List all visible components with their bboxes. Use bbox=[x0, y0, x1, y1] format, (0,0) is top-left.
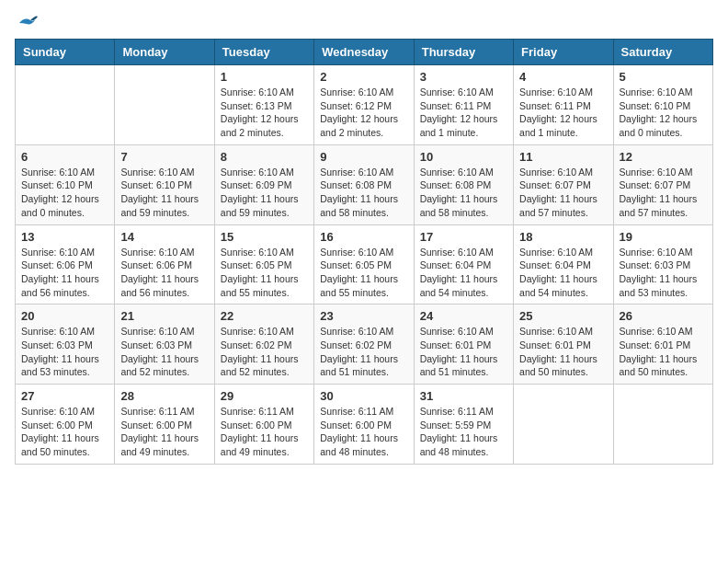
day-number: 22 bbox=[221, 309, 308, 323]
day-number: 12 bbox=[620, 150, 707, 164]
calendar-cell: 20Sunrise: 6:10 AM Sunset: 6:03 PM Dayli… bbox=[16, 304, 115, 385]
calendar-cell bbox=[115, 65, 214, 145]
calendar-cell: 28Sunrise: 6:11 AM Sunset: 6:00 PM Dayli… bbox=[115, 385, 214, 465]
day-number: 16 bbox=[320, 230, 407, 244]
day-info: Sunrise: 6:10 AM Sunset: 6:08 PM Dayligh… bbox=[420, 166, 507, 220]
calendar-cell: 8Sunrise: 6:10 AM Sunset: 6:09 PM Daylig… bbox=[214, 144, 313, 224]
day-number: 19 bbox=[620, 230, 707, 244]
weekday-header-saturday: Saturday bbox=[613, 40, 712, 65]
day-number: 13 bbox=[21, 230, 108, 244]
day-info: Sunrise: 6:10 AM Sunset: 6:12 PM Dayligh… bbox=[320, 86, 407, 140]
day-info: Sunrise: 6:10 AM Sunset: 6:03 PM Dayligh… bbox=[120, 325, 208, 379]
week-row-3: 13Sunrise: 6:10 AM Sunset: 6:06 PM Dayli… bbox=[16, 224, 713, 304]
day-info: Sunrise: 6:10 AM Sunset: 6:06 PM Dayligh… bbox=[21, 246, 108, 300]
calendar-cell: 16Sunrise: 6:10 AM Sunset: 6:05 PM Dayli… bbox=[314, 224, 414, 304]
day-info: Sunrise: 6:10 AM Sunset: 6:00 PM Dayligh… bbox=[21, 405, 108, 459]
day-number: 14 bbox=[120, 230, 208, 244]
calendar-cell: 12Sunrise: 6:10 AM Sunset: 6:07 PM Dayli… bbox=[613, 144, 712, 224]
weekday-header-wednesday: Wednesday bbox=[314, 40, 414, 65]
day-number: 29 bbox=[221, 389, 308, 403]
calendar-cell: 9Sunrise: 6:10 AM Sunset: 6:08 PM Daylig… bbox=[314, 144, 414, 224]
calendar-cell: 7Sunrise: 6:10 AM Sunset: 6:10 PM Daylig… bbox=[115, 144, 214, 224]
day-info: Sunrise: 6:10 AM Sunset: 6:03 PM Dayligh… bbox=[620, 246, 707, 300]
day-info: Sunrise: 6:10 AM Sunset: 6:05 PM Dayligh… bbox=[320, 246, 407, 300]
day-info: Sunrise: 6:10 AM Sunset: 6:02 PM Dayligh… bbox=[221, 325, 308, 379]
day-number: 24 bbox=[420, 309, 507, 323]
weekday-header-friday: Friday bbox=[514, 40, 613, 65]
calendar-cell: 24Sunrise: 6:10 AM Sunset: 6:01 PM Dayli… bbox=[414, 304, 513, 385]
calendar-cell: 30Sunrise: 6:11 AM Sunset: 6:00 PM Dayli… bbox=[314, 385, 414, 465]
calendar-cell bbox=[16, 65, 115, 145]
weekday-header-row: SundayMondayTuesdayWednesdayThursdayFrid… bbox=[16, 40, 713, 65]
calendar-cell: 1Sunrise: 6:10 AM Sunset: 6:13 PM Daylig… bbox=[214, 65, 313, 145]
day-info: Sunrise: 6:11 AM Sunset: 6:00 PM Dayligh… bbox=[120, 405, 208, 459]
logo-bird-icon bbox=[17, 15, 38, 31]
day-number: 8 bbox=[221, 150, 308, 164]
day-number: 2 bbox=[320, 70, 407, 84]
day-info: Sunrise: 6:10 AM Sunset: 6:03 PM Dayligh… bbox=[21, 325, 108, 379]
calendar-cell: 13Sunrise: 6:10 AM Sunset: 6:06 PM Dayli… bbox=[16, 224, 115, 304]
calendar-cell: 5Sunrise: 6:10 AM Sunset: 6:10 PM Daylig… bbox=[613, 65, 712, 145]
day-number: 7 bbox=[120, 150, 208, 164]
day-number: 21 bbox=[120, 309, 208, 323]
day-number: 11 bbox=[519, 150, 607, 164]
day-info: Sunrise: 6:10 AM Sunset: 6:11 PM Dayligh… bbox=[519, 86, 607, 140]
day-info: Sunrise: 6:11 AM Sunset: 6:00 PM Dayligh… bbox=[221, 405, 308, 459]
calendar-cell: 2Sunrise: 6:10 AM Sunset: 6:12 PM Daylig… bbox=[314, 65, 414, 145]
calendar-cell: 15Sunrise: 6:10 AM Sunset: 6:05 PM Dayli… bbox=[214, 224, 313, 304]
day-number: 10 bbox=[420, 150, 507, 164]
day-number: 3 bbox=[420, 70, 507, 84]
day-number: 28 bbox=[120, 389, 208, 403]
day-info: Sunrise: 6:10 AM Sunset: 6:04 PM Dayligh… bbox=[420, 246, 507, 300]
day-number: 9 bbox=[320, 150, 407, 164]
day-info: Sunrise: 6:10 AM Sunset: 6:01 PM Dayligh… bbox=[620, 325, 707, 379]
day-number: 26 bbox=[620, 309, 707, 323]
calendar-cell: 17Sunrise: 6:10 AM Sunset: 6:04 PM Dayli… bbox=[414, 224, 513, 304]
day-number: 5 bbox=[620, 70, 707, 84]
calendar-cell: 29Sunrise: 6:11 AM Sunset: 6:00 PM Dayli… bbox=[214, 385, 313, 465]
weekday-header-thursday: Thursday bbox=[414, 40, 513, 65]
day-info: Sunrise: 6:10 AM Sunset: 6:13 PM Dayligh… bbox=[221, 86, 308, 140]
day-number: 6 bbox=[21, 150, 108, 164]
day-info: Sunrise: 6:10 AM Sunset: 6:07 PM Dayligh… bbox=[620, 166, 707, 220]
calendar-cell: 31Sunrise: 6:11 AM Sunset: 5:59 PM Dayli… bbox=[414, 385, 513, 465]
weekday-header-tuesday: Tuesday bbox=[214, 40, 313, 65]
day-info: Sunrise: 6:11 AM Sunset: 6:00 PM Dayligh… bbox=[320, 405, 407, 459]
day-info: Sunrise: 6:10 AM Sunset: 6:05 PM Dayligh… bbox=[221, 246, 308, 300]
calendar-cell: 23Sunrise: 6:10 AM Sunset: 6:02 PM Dayli… bbox=[314, 304, 414, 385]
day-number: 30 bbox=[320, 389, 407, 403]
calendar-cell: 27Sunrise: 6:10 AM Sunset: 6:00 PM Dayli… bbox=[16, 385, 115, 465]
week-row-5: 27Sunrise: 6:10 AM Sunset: 6:00 PM Dayli… bbox=[16, 385, 713, 465]
calendar-cell: 6Sunrise: 6:10 AM Sunset: 6:10 PM Daylig… bbox=[16, 144, 115, 224]
day-info: Sunrise: 6:10 AM Sunset: 6:11 PM Dayligh… bbox=[420, 86, 507, 140]
day-number: 20 bbox=[21, 309, 108, 323]
calendar-cell bbox=[613, 385, 712, 465]
calendar-cell: 25Sunrise: 6:10 AM Sunset: 6:01 PM Dayli… bbox=[514, 304, 613, 385]
weekday-header-sunday: Sunday bbox=[16, 40, 115, 65]
calendar-cell: 21Sunrise: 6:10 AM Sunset: 6:03 PM Dayli… bbox=[115, 304, 214, 385]
day-info: Sunrise: 6:10 AM Sunset: 6:01 PM Dayligh… bbox=[420, 325, 507, 379]
day-number: 25 bbox=[519, 309, 607, 323]
calendar-cell: 3Sunrise: 6:10 AM Sunset: 6:11 PM Daylig… bbox=[414, 65, 513, 145]
week-row-2: 6Sunrise: 6:10 AM Sunset: 6:10 PM Daylig… bbox=[16, 144, 713, 224]
calendar-cell: 4Sunrise: 6:10 AM Sunset: 6:11 PM Daylig… bbox=[514, 65, 613, 145]
day-number: 18 bbox=[519, 230, 607, 244]
day-info: Sunrise: 6:11 AM Sunset: 5:59 PM Dayligh… bbox=[420, 405, 507, 459]
day-number: 23 bbox=[320, 309, 407, 323]
calendar-cell: 18Sunrise: 6:10 AM Sunset: 6:04 PM Dayli… bbox=[514, 224, 613, 304]
calendar-cell bbox=[514, 385, 613, 465]
calendar-cell: 26Sunrise: 6:10 AM Sunset: 6:01 PM Dayli… bbox=[613, 304, 712, 385]
day-info: Sunrise: 6:10 AM Sunset: 6:10 PM Dayligh… bbox=[120, 166, 208, 220]
logo bbox=[15, 15, 38, 31]
calendar-cell: 14Sunrise: 6:10 AM Sunset: 6:06 PM Dayli… bbox=[115, 224, 214, 304]
day-number: 15 bbox=[221, 230, 308, 244]
calendar-table: SundayMondayTuesdayWednesdayThursdayFrid… bbox=[15, 39, 713, 465]
day-info: Sunrise: 6:10 AM Sunset: 6:09 PM Dayligh… bbox=[221, 166, 308, 220]
day-info: Sunrise: 6:10 AM Sunset: 6:01 PM Dayligh… bbox=[519, 325, 607, 379]
day-number: 4 bbox=[519, 70, 607, 84]
calendar-cell: 11Sunrise: 6:10 AM Sunset: 6:07 PM Dayli… bbox=[514, 144, 613, 224]
day-info: Sunrise: 6:10 AM Sunset: 6:06 PM Dayligh… bbox=[120, 246, 208, 300]
day-info: Sunrise: 6:10 AM Sunset: 6:04 PM Dayligh… bbox=[519, 246, 607, 300]
day-number: 31 bbox=[420, 389, 507, 403]
day-info: Sunrise: 6:10 AM Sunset: 6:07 PM Dayligh… bbox=[519, 166, 607, 220]
